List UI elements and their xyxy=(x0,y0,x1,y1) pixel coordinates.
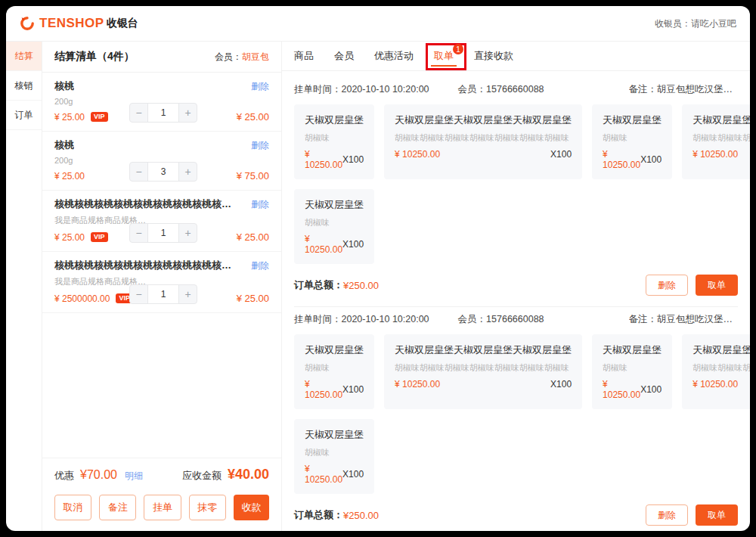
product-price: ¥ 10250.00 xyxy=(692,379,738,390)
order-total-label: 订单总额： xyxy=(294,278,343,292)
quantity-stepper: − 1 + xyxy=(129,223,197,243)
minus-icon[interactable]: − xyxy=(130,163,147,181)
order-note-label: 备注： xyxy=(629,84,658,95)
product-spec: 胡椒味胡椒味胡椒味胡椒味胡椒味胡椒味胡椒味 xyxy=(692,132,750,144)
take-order-count-badge: 1 xyxy=(453,44,463,54)
product-spec: 胡椒味胡椒味胡椒味胡椒味胡椒味胡椒味胡椒味 xyxy=(692,362,750,374)
cart-item: 核桃 删除 200g ¥ 25.00 VIP ¥ 25.00 − 1 + xyxy=(42,73,281,132)
quantity-stepper: − 1 + xyxy=(129,284,197,304)
round-off-button[interactable]: 抹零 xyxy=(189,495,226,520)
sidebar-item-verify[interactable]: 核销 xyxy=(6,71,42,101)
tab-take-order[interactable]: 取单 1 xyxy=(434,42,454,70)
delete-item-link[interactable]: 删除 xyxy=(251,259,269,272)
hang-order-section: 挂单时间：2020-10-10 10:20:00 会员：15766660088 … xyxy=(294,313,738,531)
hang-time: 挂单时间：2020-10-10 10:20:00 xyxy=(294,313,429,326)
plus-icon[interactable]: + xyxy=(179,285,197,303)
vip-badge: VIP xyxy=(91,232,108,242)
cart-item: 核桃核桃核桃核桃核桃核桃核桃核桃核桃核桃核桃核桃核桃核桃核桃 删除 我是商品规格… xyxy=(42,252,281,313)
cancel-button[interactable]: 取消 xyxy=(54,495,91,520)
product-spec: 胡椒味 xyxy=(603,362,662,374)
order-note: 备注：胡豆包想吃汉堡王胡豆包想吃汉堡王胡豆包想吃汉堡王 xyxy=(629,83,738,96)
product-price: ¥ 10250.00 xyxy=(305,379,342,400)
delete-item-link[interactable]: 删除 xyxy=(251,80,269,93)
order-member-label: 会员： xyxy=(458,84,487,95)
minus-icon[interactable]: − xyxy=(130,224,147,242)
product-price: ¥ 10250.00 xyxy=(395,379,440,390)
plus-icon[interactable]: + xyxy=(179,224,197,242)
product-qty: X100 xyxy=(640,154,662,165)
product-name: 天椒双层皇堡 xyxy=(305,343,364,357)
product-name: 天椒双层皇堡天椒双层皇堡天椒双层皇堡 xyxy=(692,343,750,357)
delete-order-button[interactable]: 删除 xyxy=(646,504,688,526)
product-qty: X100 xyxy=(342,239,364,250)
cart-title: 结算清单（4件） xyxy=(54,50,135,64)
delete-item-link[interactable]: 删除 xyxy=(251,198,269,211)
member-label: 会员： xyxy=(215,51,242,62)
vip-badge: VIP xyxy=(91,112,108,122)
product-price: ¥ 10250.00 xyxy=(395,149,440,160)
item-total: ¥ 25.00 xyxy=(237,231,269,243)
hang-order-button[interactable]: 挂单 xyxy=(144,495,181,520)
right-panel: 商品 会员 优惠活动 取单 1 直接收款 挂单时间：2020-10-10 10:… xyxy=(282,42,750,531)
due-label: 应收金额 xyxy=(182,469,222,483)
product-qty: X100 xyxy=(550,379,572,390)
product-name: 天椒双层皇堡 xyxy=(603,113,662,127)
tab-promotions[interactable]: 优惠活动 xyxy=(374,42,414,70)
sidebar-item-orders[interactable]: 订单 xyxy=(6,101,42,130)
take-order-button[interactable]: 取单 xyxy=(696,275,738,296)
take-order-button[interactable]: 取单 xyxy=(696,504,738,526)
item-total: ¥ 25.00 xyxy=(237,111,269,123)
cart-item: 核桃核桃核桃核桃核桃核桃核桃核桃核桃核桃核桃核桃核桃核桃核桃 删除 我是商品规格… xyxy=(42,191,281,252)
order-member-value: 15766660088 xyxy=(486,84,544,95)
delete-order-button[interactable]: 删除 xyxy=(646,275,688,296)
order-note-label: 备注： xyxy=(629,314,658,324)
product-spec: 胡椒味胡椒味胡椒味胡椒味胡椒味胡椒味胡椒味 xyxy=(395,132,572,144)
item-total: ¥ 25.00 xyxy=(237,293,269,304)
product-spec: 胡椒味 xyxy=(305,362,364,374)
order-total-value: ¥250.00 xyxy=(343,510,379,521)
quantity-value: 3 xyxy=(147,163,179,181)
minus-icon[interactable]: − xyxy=(130,285,147,303)
product-qty: X100 xyxy=(550,149,572,160)
product-card: 天椒双层皇堡天椒双层皇堡天椒双层皇堡 胡椒味胡椒味胡椒味胡椒味胡椒味胡椒味胡椒味… xyxy=(682,334,750,409)
brand-name: TENSHOP xyxy=(39,16,104,31)
product-spec: 胡椒味胡椒味胡椒味胡椒味胡椒味胡椒味胡椒味 xyxy=(395,362,572,374)
discount-detail-link[interactable]: 明细 xyxy=(125,470,143,483)
order-note-value: 胡豆包想吃汉堡王胡豆包想吃汉堡王胡豆包想吃汉堡王 xyxy=(657,314,738,324)
hang-time-value: 2020-10-10 10:20:00 xyxy=(342,314,429,324)
product-qty: X100 xyxy=(342,154,364,165)
product-card: 天椒双层皇堡 胡椒味 ¥ 10250.00X100 xyxy=(294,104,374,179)
minus-icon[interactable]: − xyxy=(130,104,147,122)
product-card: 天椒双层皇堡 胡椒味 ¥ 10250.00X100 xyxy=(592,334,672,409)
item-name: 核桃 xyxy=(54,79,74,93)
product-price: ¥ 10250.00 xyxy=(305,149,342,170)
due-value: ¥40.00 xyxy=(228,467,269,483)
note-button[interactable]: 备注 xyxy=(99,495,136,520)
discount-label: 优惠 xyxy=(54,469,74,483)
item-name: 核桃核桃核桃核桃核桃核桃核桃核桃核桃核桃核桃核桃核桃核桃核桃 xyxy=(54,259,236,272)
cart-item: 核桃 删除 200g ¥ 25.00 VIP ¥ 75.00 − 3 + xyxy=(42,132,281,191)
plus-icon[interactable]: + xyxy=(179,163,197,181)
product-qty: X100 xyxy=(342,469,364,480)
tab-goods[interactable]: 商品 xyxy=(294,42,314,70)
product-card: 天椒双层皇堡 胡椒味 ¥ 10250.00X100 xyxy=(294,419,374,494)
pay-button[interactable]: 收款 xyxy=(234,495,269,520)
order-note-value: 胡豆包想吃汉堡王胡豆包想吃汉堡王胡豆包想吃汉堡王 xyxy=(657,84,738,95)
tab-member[interactable]: 会员 xyxy=(334,42,354,70)
order-total-value: ¥250.00 xyxy=(343,280,379,291)
item-name: 核桃核桃核桃核桃核桃核桃核桃核桃核桃核桃核桃核桃核桃核桃核桃 xyxy=(54,197,236,211)
discount-value: ¥70.00 xyxy=(80,468,117,482)
item-price: ¥ 25.00 xyxy=(54,112,85,123)
cart-actions: 取消 备注 挂单 抹零 收款 xyxy=(42,487,281,531)
hang-order-section: 挂单时间：2020-10-10 10:20:00 会员：15766660088 … xyxy=(294,83,738,307)
product-card: 天椒双层皇堡 胡椒味 ¥ 10250.00X100 xyxy=(294,189,374,264)
product-name: 天椒双层皇堡天椒双层皇堡天椒双层皇堡 xyxy=(395,343,572,357)
product-name: 天椒双层皇堡 xyxy=(305,198,364,212)
item-price: ¥ 25.00 xyxy=(54,171,85,182)
cart-member[interactable]: 会员：胡豆包 xyxy=(215,51,269,64)
tab-direct-pay[interactable]: 直接收款 xyxy=(474,42,513,70)
product-spec: 胡椒味 xyxy=(305,132,364,144)
delete-item-link[interactable]: 删除 xyxy=(251,139,269,152)
sidebar-item-checkout[interactable]: 结算 xyxy=(6,42,42,71)
plus-icon[interactable]: + xyxy=(179,104,197,122)
